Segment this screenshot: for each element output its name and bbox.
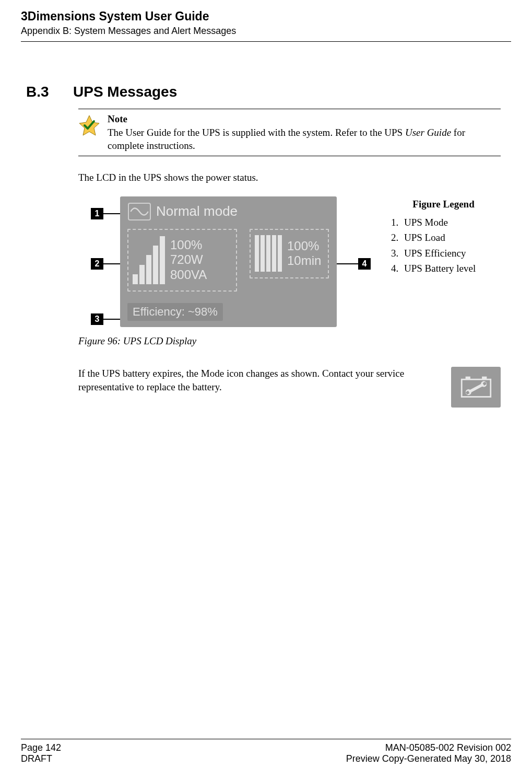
lcd-load-box: 100% 720W 800VA — [127, 229, 237, 292]
figure-legend: Figure Legend UPS Mode UPS Load UPS Effi… — [386, 196, 501, 276]
footer-left: Page 142 DRAFT — [21, 742, 61, 764]
lcd-batt-time: 10min — [287, 253, 321, 268]
figure-caption: Figure 96: UPS LCD Display — [78, 335, 371, 347]
load-bars-icon — [133, 236, 165, 284]
page-header: 3Dimensions System User Guide Appendix B… — [21, 0, 511, 42]
section-heading: B.3UPS Messages — [21, 84, 501, 100]
lcd-load-watts: 720W — [170, 252, 207, 267]
battery-expiry-text: If the UPS battery expires, the Mode ico… — [78, 367, 436, 394]
legend-list: UPS Mode UPS Load UPS Efficiency UPS Bat… — [386, 215, 501, 276]
callout-4: 4 — [358, 258, 371, 270]
svg-rect-3 — [482, 376, 487, 379]
lcd-load-va: 800VA — [170, 268, 207, 282]
lcd-batt-percent: 100% — [287, 239, 321, 253]
ups-lcd-figure: 1 2 3 4 Normal mode — [78, 196, 371, 332]
callout-3: 3 — [91, 313, 103, 325]
legend-item: UPS Mode — [401, 215, 501, 230]
lcd-mode-text: Normal mode — [156, 203, 238, 219]
section-title: UPS Messages — [73, 84, 177, 100]
intro-paragraph: The LCD in the UPS shows the power statu… — [78, 171, 501, 185]
battery-wrench-icon — [451, 367, 501, 408]
note-label: Note — [108, 112, 501, 126]
doc-subtitle: Appendix B: System Messages and Alert Me… — [21, 25, 511, 37]
note-body-1: The User Guide for the UPS is supplied w… — [108, 127, 405, 138]
section-number: B.3 — [21, 84, 73, 100]
note-check-icon — [78, 114, 100, 136]
lcd-battery-box: 100% 10min — [250, 229, 329, 278]
footer-right: MAN-05085-002 Revision 002 Preview Copy-… — [346, 742, 511, 764]
legend-item: UPS Efficiency — [401, 246, 501, 261]
doc-title: 3Dimensions System User Guide — [21, 9, 511, 24]
note-text: Note The User Guide for the UPS is suppl… — [108, 112, 501, 153]
callout-2: 2 — [91, 258, 103, 270]
callout-1: 1 — [91, 208, 103, 219]
battery-expiry-row: If the UPS battery expires, the Mode ico… — [78, 367, 501, 408]
lcd-mode-row: Normal mode — [128, 203, 238, 220]
page-content: B.3UPS Messages Note The User Guide for … — [21, 84, 511, 408]
svg-rect-2 — [465, 376, 470, 379]
lcd-efficiency: Efficiency: ~98% — [127, 303, 223, 321]
page-footer: Page 142 DRAFT MAN-05085-002 Revision 00… — [21, 739, 511, 764]
lcd-load-percent: 100% — [170, 238, 207, 252]
footer-docnum: MAN-05085-002 Revision 002 — [346, 742, 511, 753]
legend-title: Figure Legend — [386, 196, 501, 212]
note-body-italic: User Guide — [405, 127, 451, 138]
footer-draft: DRAFT — [21, 753, 61, 764]
footer-preview: Preview Copy-Generated May 30, 2018 — [346, 753, 511, 764]
legend-item: UPS Load — [401, 230, 501, 245]
lcd-batt-values: 100% 10min — [287, 239, 321, 269]
note-box: Note The User Guide for the UPS is suppl… — [78, 109, 501, 156]
sine-wave-icon — [128, 203, 151, 220]
lcd-load-values: 100% 720W 800VA — [170, 238, 207, 282]
legend-item: UPS Battery level — [401, 261, 501, 276]
lcd-screen: Normal mode 100% 720W 800VA — [120, 196, 337, 327]
battery-bars-icon — [255, 235, 282, 272]
footer-page: Page 142 — [21, 742, 61, 753]
figure-row: 1 2 3 4 Normal mode — [78, 196, 501, 347]
figure-column: 1 2 3 4 Normal mode — [78, 196, 371, 347]
